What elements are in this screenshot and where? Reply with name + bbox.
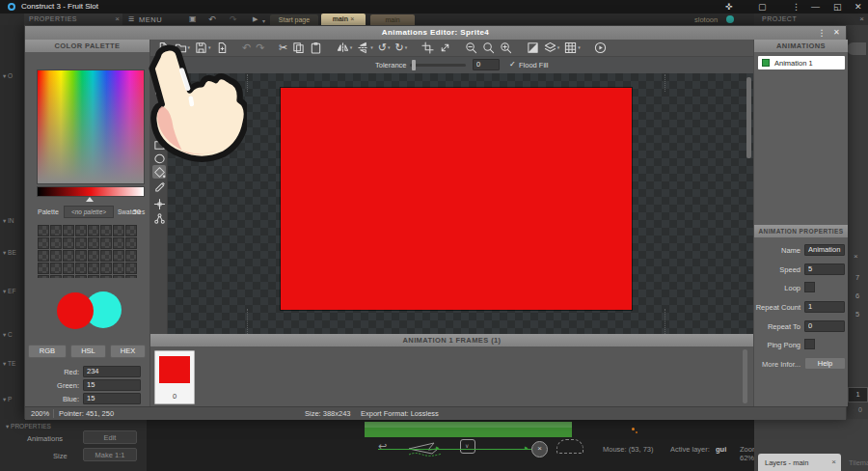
preview-animation-icon[interactable] bbox=[594, 40, 607, 56]
undo-icon[interactable]: ↶ bbox=[208, 14, 216, 24]
color-swatch[interactable] bbox=[100, 250, 112, 262]
property-section-o[interactable]: ▾ O bbox=[3, 72, 13, 80]
color-swatch[interactable] bbox=[50, 237, 62, 249]
green-field[interactable] bbox=[83, 379, 141, 391]
copy-icon[interactable] bbox=[292, 40, 305, 56]
changelog-icon[interactable]: ▢ bbox=[758, 0, 767, 14]
color-swatch[interactable] bbox=[100, 225, 112, 236]
color-swatch[interactable] bbox=[88, 225, 99, 236]
zoom-in-icon[interactable] bbox=[500, 40, 512, 56]
grid-icon[interactable]: ▾ bbox=[564, 40, 581, 56]
tolerance-slider-thumb[interactable] bbox=[412, 60, 416, 70]
color-swatch[interactable] bbox=[75, 275, 87, 279]
color-swatch[interactable] bbox=[100, 275, 112, 279]
palette-select[interactable]: <no palette> bbox=[64, 206, 114, 218]
flip-horizontal-icon[interactable]: ▾ bbox=[337, 40, 353, 56]
color-swatch[interactable] bbox=[88, 250, 99, 262]
loop-checkbox[interactable] bbox=[804, 282, 815, 292]
rgb-mode-button[interactable]: RGB bbox=[28, 345, 67, 358]
origin-tool[interactable] bbox=[152, 197, 166, 210]
color-swatch[interactable] bbox=[50, 250, 62, 262]
color-swatch[interactable] bbox=[50, 275, 62, 279]
shade-slider-marker[interactable] bbox=[86, 197, 94, 202]
project-search-input[interactable] bbox=[847, 42, 866, 55]
property-section-te[interactable]: ▾ TE bbox=[3, 360, 15, 368]
color-swatch[interactable] bbox=[113, 263, 124, 274]
flood-fill-checkbox[interactable]: ✓ bbox=[509, 60, 516, 69]
color-swatch[interactable] bbox=[113, 237, 124, 249]
animation-list-item[interactable]: Animation 1 bbox=[758, 56, 845, 69]
hue-saturation-picker[interactable] bbox=[37, 69, 145, 184]
shade-slider[interactable] bbox=[37, 186, 145, 197]
color-swatch[interactable] bbox=[88, 275, 99, 279]
color-swatch[interactable] bbox=[38, 237, 49, 249]
hsl-mode-button[interactable]: HSL bbox=[70, 345, 106, 358]
name-field[interactable] bbox=[804, 244, 845, 256]
color-swatch[interactable] bbox=[125, 275, 137, 279]
color-swatch[interactable] bbox=[125, 250, 137, 262]
collapsed-properties-header[interactable]: ▾ PROPERTIES bbox=[6, 423, 51, 430]
color-swatch[interactable] bbox=[88, 263, 99, 274]
color-swatch[interactable] bbox=[63, 275, 74, 279]
rotate-ccw-icon[interactable]: ↺▾ bbox=[378, 40, 391, 56]
ping-pong-checkbox[interactable] bbox=[804, 339, 815, 349]
cut-icon[interactable]: ✂ bbox=[279, 40, 287, 56]
onion-skin-icon[interactable]: ▾ bbox=[544, 40, 560, 56]
repeat-to-field[interactable] bbox=[804, 320, 845, 332]
color-swatch[interactable] bbox=[50, 225, 62, 236]
hex-mode-button[interactable]: HEX bbox=[110, 345, 146, 358]
tolerance-field[interactable] bbox=[473, 59, 500, 70]
tab-tilemap[interactable]: Tilemap bbox=[849, 458, 868, 467]
main-menu-button[interactable]: MENU bbox=[139, 15, 162, 24]
delete-node-icon[interactable]: × bbox=[531, 441, 548, 457]
color-swatch[interactable] bbox=[63, 263, 74, 274]
tab-close-icon[interactable]: × bbox=[350, 15, 354, 22]
close-icon[interactable]: ✕ bbox=[854, 0, 862, 14]
color-swatch[interactable] bbox=[50, 263, 62, 274]
quick-save-icon[interactable]: ▣ bbox=[189, 14, 197, 23]
project-close-icon[interactable]: × bbox=[859, 14, 864, 23]
property-section-ef[interactable]: ▾ EF bbox=[3, 288, 15, 295]
color-swatch[interactable] bbox=[100, 263, 112, 274]
repeat-count-field[interactable] bbox=[804, 301, 845, 313]
dialog-close-icon[interactable]: ✕ bbox=[833, 26, 840, 40]
paste-icon[interactable] bbox=[310, 40, 322, 56]
color-swatch[interactable] bbox=[38, 225, 49, 236]
property-section-c[interactable]: ▾ C bbox=[3, 331, 13, 339]
color-swatch[interactable] bbox=[75, 237, 87, 249]
hamburger-icon[interactable]: ☰ bbox=[128, 15, 134, 23]
dialog-titlebar[interactable]: Animations Editor: Sprite4 ⋮ ✕ bbox=[25, 26, 846, 40]
property-section-in[interactable]: ▾ IN bbox=[3, 217, 14, 225]
color-swatch[interactable] bbox=[38, 250, 49, 262]
color-swatch[interactable] bbox=[63, 250, 74, 262]
color-swatch[interactable] bbox=[75, 225, 87, 236]
property-section-p[interactable]: ▾ P bbox=[3, 396, 12, 403]
zoom-out-icon[interactable] bbox=[465, 40, 477, 56]
properties-close-icon[interactable]: × bbox=[115, 14, 120, 23]
more-menu-icon[interactable]: ⋮ bbox=[792, 0, 800, 14]
speed-field[interactable] bbox=[804, 263, 845, 275]
color-swatch[interactable] bbox=[38, 275, 49, 279]
user-avatar[interactable] bbox=[726, 15, 734, 23]
sprite-image[interactable] bbox=[281, 88, 632, 310]
color-swatch[interactable] bbox=[63, 237, 74, 249]
image-canvas[interactable] bbox=[168, 73, 753, 334]
color-swatch[interactable] bbox=[38, 263, 49, 274]
resize-icon[interactable] bbox=[439, 40, 451, 56]
collision-polygon-tool[interactable] bbox=[152, 211, 166, 225]
color-swatch[interactable] bbox=[125, 237, 137, 249]
color-swatch[interactable] bbox=[75, 250, 87, 262]
dialog-menu-icon[interactable]: ⋮ bbox=[818, 26, 827, 40]
user-name[interactable]: slotoon bbox=[694, 15, 718, 24]
fill-tool[interactable] bbox=[152, 165, 166, 179]
more-info-link[interactable]: More Infor... bbox=[754, 360, 800, 369]
pencil-tool[interactable] bbox=[152, 179, 166, 192]
color-swatch[interactable] bbox=[113, 250, 124, 262]
blue-field[interactable] bbox=[83, 393, 141, 404]
background-color-icon[interactable] bbox=[527, 40, 539, 56]
color-swatch[interactable] bbox=[100, 237, 112, 249]
tab-main-2[interactable]: main bbox=[370, 14, 415, 25]
tab-layers-main[interactable]: Layers - main × bbox=[758, 454, 841, 471]
zoom-reset-icon[interactable] bbox=[482, 40, 495, 56]
flip-vertical-icon[interactable]: ▾ bbox=[357, 40, 373, 56]
